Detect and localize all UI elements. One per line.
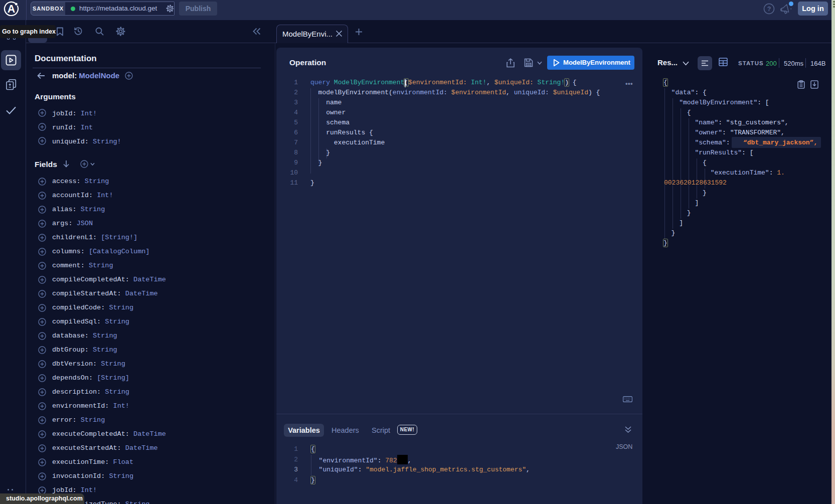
svg-text:A: A	[8, 3, 16, 15]
svg-text:?: ?	[767, 6, 771, 13]
